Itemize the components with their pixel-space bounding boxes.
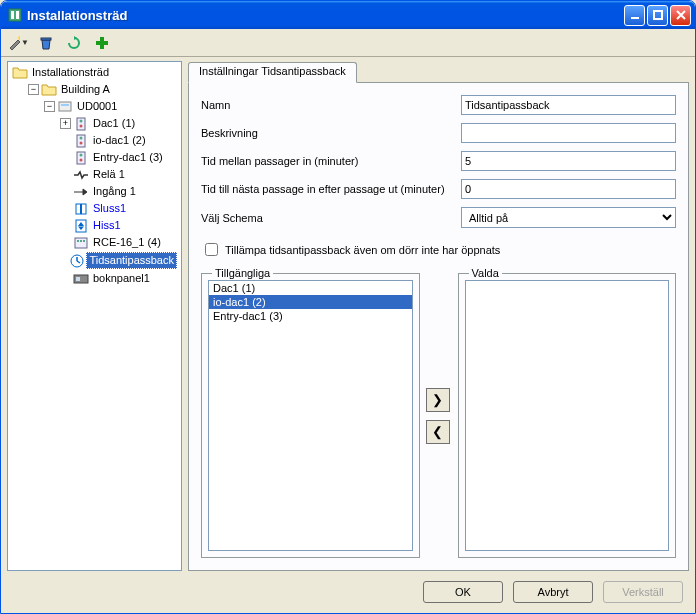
tree-item-label: UD0001 bbox=[75, 99, 119, 114]
schema-select[interactable]: Alltid på bbox=[461, 207, 676, 228]
svg-point-13 bbox=[80, 124, 83, 127]
time-in-input[interactable] bbox=[461, 151, 676, 171]
selected-listbox[interactable] bbox=[465, 280, 670, 551]
tree-item-label: RCE-16_1 (4) bbox=[91, 235, 163, 250]
svg-rect-6 bbox=[41, 38, 51, 40]
schema-label: Välj Schema bbox=[201, 212, 461, 224]
tree-root-label: Installationsträd bbox=[30, 65, 111, 80]
chevron-right-icon: ❯ bbox=[432, 392, 443, 407]
svg-point-5 bbox=[18, 36, 20, 40]
svg-rect-25 bbox=[80, 240, 82, 242]
tree-item[interactable]: Sluss1 bbox=[10, 200, 179, 217]
time-in-label: Tid mellan passager in (minuter) bbox=[201, 155, 461, 167]
tree-item[interactable]: −UD0001 bbox=[10, 98, 179, 115]
toolbar-delete-button[interactable] bbox=[35, 32, 57, 54]
available-group: Tillgängliga Dac1 (1)io-dac1 (2)Entry-da… bbox=[201, 273, 420, 558]
settings-panel: Inställningar Tidsantipassback Namn Besk… bbox=[188, 61, 689, 571]
tree-item-label: Sluss1 bbox=[91, 201, 128, 216]
available-header: Tillgängliga bbox=[212, 267, 273, 279]
cancel-button[interactable]: Avbryt bbox=[513, 581, 593, 603]
app-icon bbox=[7, 7, 23, 23]
svg-point-15 bbox=[80, 136, 83, 139]
list-item[interactable]: Dac1 (1) bbox=[209, 281, 412, 295]
tree-item[interactable]: RCE-16_1 (4) bbox=[10, 234, 179, 251]
svg-rect-1 bbox=[11, 11, 14, 19]
svg-rect-29 bbox=[76, 277, 80, 281]
svg-rect-8 bbox=[96, 41, 108, 45]
tree-item[interactable]: Relä 1 bbox=[10, 166, 179, 183]
tree-item[interactable]: Ingång 1 bbox=[10, 183, 179, 200]
chevron-left-icon: ❮ bbox=[432, 424, 443, 439]
tree-item-label: Dac1 (1) bbox=[91, 116, 137, 131]
selected-group: Valda bbox=[458, 273, 677, 558]
tree-item-label: Building A bbox=[59, 82, 112, 97]
tree-expander[interactable]: − bbox=[44, 101, 55, 112]
svg-rect-26 bbox=[83, 240, 85, 242]
apb-icon bbox=[70, 253, 84, 268]
tree-item[interactable]: Entry-dac1 (3) bbox=[10, 149, 179, 166]
tree-view[interactable]: Installationsträd −Building A−UD0001+Dac… bbox=[7, 61, 182, 571]
svg-rect-10 bbox=[61, 104, 69, 106]
maximize-button[interactable] bbox=[647, 5, 668, 26]
tree-item[interactable]: boknpanel1 bbox=[10, 270, 179, 287]
window-title: Installationsträd bbox=[27, 8, 624, 23]
desc-input[interactable] bbox=[461, 123, 676, 143]
tab-settings[interactable]: Inställningar Tidsantipassback bbox=[188, 62, 357, 83]
name-label: Namn bbox=[201, 99, 461, 111]
move-left-button[interactable]: ❮ bbox=[426, 420, 450, 444]
tree-item-label: Relä 1 bbox=[91, 167, 127, 182]
svg-rect-4 bbox=[654, 11, 662, 19]
toolbar-refresh-button[interactable] bbox=[63, 32, 85, 54]
relay-icon bbox=[73, 167, 89, 182]
tree-item-label: Hiss1 bbox=[91, 218, 123, 233]
apply-button[interactable]: Verkställ bbox=[603, 581, 683, 603]
tree-root[interactable]: Installationsträd bbox=[10, 64, 179, 81]
device-icon bbox=[57, 99, 73, 114]
sluss-icon bbox=[73, 201, 89, 216]
panel-icon bbox=[73, 271, 89, 286]
toolbar-wizard-button[interactable]: ▼ bbox=[7, 32, 29, 54]
tree-expander[interactable]: − bbox=[28, 84, 39, 95]
time-next-label: Tid till nästa passage in efter passage … bbox=[201, 183, 461, 195]
titlebar[interactable]: Installationsträd bbox=[1, 1, 695, 29]
close-button[interactable] bbox=[670, 5, 691, 26]
tree-item-label: Tidsantipassback bbox=[86, 252, 177, 269]
time-next-input[interactable] bbox=[461, 179, 676, 199]
module-icon bbox=[73, 150, 89, 165]
rce-icon bbox=[73, 235, 89, 250]
apply-apb-label: Tillämpa tidsantipassback även om dörr i… bbox=[225, 244, 500, 256]
folder-open-icon bbox=[12, 65, 28, 80]
list-item[interactable]: io-dac1 (2) bbox=[209, 295, 412, 309]
available-listbox[interactable]: Dac1 (1)io-dac1 (2)Entry-dac1 (3) bbox=[208, 280, 413, 551]
move-right-button[interactable]: ❯ bbox=[426, 388, 450, 412]
tree-expander[interactable]: + bbox=[60, 118, 71, 129]
tree-item[interactable]: −Building A bbox=[10, 81, 179, 98]
module-icon bbox=[73, 133, 89, 148]
svg-rect-23 bbox=[75, 238, 87, 248]
window: Installationsträd ▼ Installationsträd −B… bbox=[0, 0, 696, 614]
svg-rect-24 bbox=[77, 240, 79, 242]
tree-item[interactable]: Tidsantipassback bbox=[10, 251, 179, 270]
tree-item-label: Ingång 1 bbox=[91, 184, 138, 199]
toolbar-add-button[interactable] bbox=[91, 32, 113, 54]
minimize-button[interactable] bbox=[624, 5, 645, 26]
tree-item-label: io-dac1 (2) bbox=[91, 133, 148, 148]
input-icon bbox=[73, 184, 89, 199]
hiss-icon bbox=[73, 218, 89, 233]
apply-apb-checkbox[interactable] bbox=[205, 243, 218, 256]
svg-rect-0 bbox=[9, 9, 21, 21]
tree-item[interactable]: Hiss1 bbox=[10, 217, 179, 234]
tree-item-label: boknpanel1 bbox=[91, 271, 152, 286]
ok-button[interactable]: OK bbox=[423, 581, 503, 603]
svg-point-16 bbox=[80, 141, 83, 144]
tree-item[interactable]: io-dac1 (2) bbox=[10, 132, 179, 149]
name-input[interactable] bbox=[461, 95, 676, 115]
module-icon bbox=[73, 116, 89, 131]
tree-item[interactable]: +Dac1 (1) bbox=[10, 115, 179, 132]
svg-rect-9 bbox=[59, 102, 71, 111]
svg-point-12 bbox=[80, 119, 83, 122]
svg-point-19 bbox=[80, 158, 83, 161]
svg-point-18 bbox=[80, 153, 83, 156]
list-item[interactable]: Entry-dac1 (3) bbox=[209, 309, 412, 323]
toolbar: ▼ bbox=[1, 29, 695, 57]
